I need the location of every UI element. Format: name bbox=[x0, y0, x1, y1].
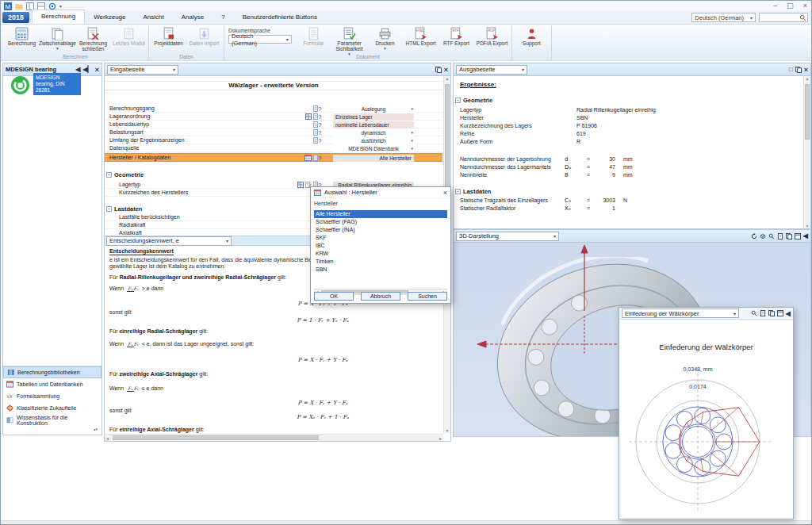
doc-paragraph: sonst gilt bbox=[109, 309, 132, 315]
gear-icon[interactable] bbox=[48, 2, 56, 10]
dialog-title-bar[interactable]: Auswahl : Hersteller × bbox=[311, 187, 450, 198]
table-icon bbox=[314, 190, 321, 196]
application-window: M ▾ – ▢ × 2018 BerechnungWerkzeugeAnsich… bbox=[0, 0, 812, 525]
tab-analyse[interactable]: Analyse bbox=[173, 11, 213, 24]
collapse-panel-icon[interactable]: ◀ bbox=[803, 232, 808, 240]
view-select-value: 3D-Darstellung bbox=[459, 232, 499, 240]
copy-page-icon[interactable] bbox=[768, 310, 775, 316]
copy-page-icon[interactable] bbox=[786, 233, 792, 240]
text: Wenn bbox=[109, 285, 125, 291]
output-vertical-scrollbar[interactable]: ▲ ▼ bbox=[803, 76, 810, 228]
list-item-skf[interactable]: SKF bbox=[314, 234, 447, 242]
collapse-panel-icon[interactable]: ◀ bbox=[786, 310, 791, 317]
parameter-sichtbarkeit-button[interactable]: Parameter Sichtbarkeit▾ bbox=[331, 26, 367, 56]
ui-language-select[interactable]: Deutsch (German) ▾ bbox=[691, 13, 756, 22]
collapse-all-left-icon[interactable]: ◀▏ bbox=[82, 66, 92, 73]
page-icon[interactable] bbox=[760, 310, 766, 316]
sidebar-item-berechnungsbibliotheken[interactable]: Berechnungsbibliotheken bbox=[3, 366, 102, 378]
sidebar-item-tabellen-und-datenbanken[interactable]: Tabellen und Datenbanken bbox=[3, 378, 102, 390]
ribbon-groups: BerechnungZwischenablage▾Berechnung schl… bbox=[2, 25, 552, 60]
result-unit: mm bbox=[623, 156, 633, 162]
ribbon-group-dokument: DokumentspracheDeutsch (German)▾Formular… bbox=[224, 25, 512, 60]
page-icon[interactable] bbox=[777, 233, 783, 240]
nav-more-icon[interactable]: ▴▾ bbox=[94, 427, 98, 431]
result-unit: mm bbox=[623, 172, 633, 178]
list-item-alle-hersteller[interactable]: Alle Hersteller bbox=[314, 210, 447, 218]
drucken-button[interactable]: Drucken▾ bbox=[367, 26, 403, 51]
sidebar-item-label: Wissensbasis für die Konstruktion bbox=[17, 415, 98, 426]
list-item-schaeffler-ina[interactable]: Schaeffler (INA) bbox=[314, 226, 447, 234]
view-select[interactable]: 3D-Darstellung ▾ bbox=[456, 232, 559, 241]
berechnung-schließen-button[interactable]: Berechnung schließen bbox=[75, 26, 111, 52]
result-value: R bbox=[576, 139, 580, 144]
sidebar-item-wissensbasis-für-die-konstruktion[interactable]: Wissensbasis für die Konstruktion bbox=[3, 414, 102, 426]
ok-button[interactable]: OK bbox=[314, 292, 354, 301]
list-item-sbn[interactable]: SBN bbox=[314, 266, 447, 274]
layout-2-icon[interactable] bbox=[37, 2, 45, 10]
tab-werkzeuge[interactable]: Werkzeuge bbox=[85, 11, 134, 24]
ribbon-group-label: Berechnen bbox=[2, 54, 148, 59]
tab-?[interactable]: ? bbox=[213, 11, 233, 24]
close-panel-icon[interactable]: × bbox=[95, 66, 99, 74]
projektdaten-button[interactable]: Projektdaten bbox=[151, 26, 186, 46]
collapse-box-icon[interactable]: − bbox=[455, 189, 461, 194]
tree-item-selected[interactable]: MDESIGN bearing, DIN 26281 bbox=[33, 73, 81, 95]
text: Für bbox=[109, 274, 119, 280]
list-item-timken[interactable]: Timken bbox=[314, 258, 447, 266]
fraction: FₐFᵣ bbox=[127, 386, 139, 391]
version-badge[interactable]: 2018 bbox=[2, 12, 29, 23]
open-folder-icon[interactable] bbox=[15, 2, 23, 10]
zoom-icon[interactable] bbox=[768, 233, 775, 240]
search-button[interactable]: Suchen bbox=[408, 292, 447, 301]
list-item-ibc[interactable]: IBC bbox=[314, 242, 447, 250]
window-icon[interactable] bbox=[777, 310, 783, 316]
layout-icon[interactable] bbox=[26, 2, 34, 10]
document-language-select[interactable]: Deutsch (German)▾ bbox=[228, 35, 292, 44]
import-icon bbox=[197, 27, 211, 40]
sidebar-item-label: Formelsammlung bbox=[17, 393, 59, 399]
letztes-modul-button: Letztes Modul bbox=[111, 26, 147, 46]
search-input[interactable] bbox=[761, 14, 799, 21]
sidebar-item-formelsammlung[interactable]: √xFormelsammlung bbox=[3, 390, 102, 402]
refresh-icon[interactable] bbox=[751, 233, 757, 240]
result-label: Statischer Radialfaktor bbox=[460, 205, 515, 211]
knowledge-icon bbox=[6, 416, 13, 423]
result-label: Kurzbezeichnung des Lagers bbox=[460, 123, 532, 128]
list-item-schaeffler-fag[interactable]: Schaeffler (FAG) bbox=[314, 218, 447, 226]
collapse-box-icon[interactable]: − bbox=[455, 98, 461, 103]
view-select[interactable]: Einfederung der Wälzkörper ▾ bbox=[622, 308, 739, 318]
result-row-reihe: Reihe619 bbox=[454, 131, 801, 139]
zwischenablage-button[interactable]: Zwischenablage▾ bbox=[40, 26, 75, 51]
result-label: Nennbreite bbox=[460, 172, 487, 178]
cancel-button[interactable]: Abbruch bbox=[361, 292, 400, 301]
close-button[interactable]: × bbox=[803, 1, 807, 11]
list-item-krw[interactable]: KRW bbox=[314, 250, 447, 258]
zoom-icon[interactable] bbox=[751, 310, 757, 316]
deflection-chart-window: Einfederung der Wälzkörper ▾ ◀ Einfederu… bbox=[619, 307, 794, 519]
section-header-lastdaten[interactable]: −Lastdaten bbox=[455, 188, 491, 195]
button-label: Berechnung schließen bbox=[75, 40, 111, 52]
rtf-export-button[interactable]: RTFRTF Export bbox=[439, 26, 474, 46]
sidebar-item-klassifizierte-zukaufteile[interactable]: Klassifizierte Zukaufteile bbox=[3, 402, 102, 414]
mdesign-module-icon[interactable] bbox=[10, 75, 30, 95]
quickbar-caret-icon[interactable]: ▾ bbox=[59, 4, 62, 9]
collapse-left-icon[interactable]: ◀ bbox=[75, 66, 80, 73]
menu-tabs: BerechnungWerkzeugeAnsichtAnalyse?Benutz… bbox=[32, 10, 326, 24]
dialog-close-icon[interactable]: × bbox=[443, 189, 447, 197]
tab-benutzerdefinierte-buttons[interactable]: Benutzerdefinierte Buttons bbox=[234, 11, 326, 24]
section-header-geometrie[interactable]: −Geometrie bbox=[455, 97, 492, 104]
tab-ansicht[interactable]: Ansicht bbox=[135, 11, 173, 24]
berechnung-button[interactable]: Berechnung bbox=[4, 26, 40, 46]
input-horizontal-scrollbar[interactable]: ◄ ► bbox=[105, 434, 443, 441]
equals-sign: = bbox=[587, 156, 590, 162]
html-export-button[interactable]: HTMLHTML Export bbox=[403, 26, 439, 46]
minimize-button[interactable]: – bbox=[773, 1, 777, 11]
support-button[interactable]: Support bbox=[514, 26, 550, 46]
pdf-a-export-button[interactable]: PDFPDF/A Export bbox=[474, 26, 510, 46]
search-icon[interactable] bbox=[799, 14, 806, 21]
result-symbol: B bbox=[565, 172, 569, 178]
tab-berechnung[interactable]: Berechnung bbox=[32, 10, 85, 24]
cube-icon[interactable] bbox=[760, 233, 766, 240]
window-icon[interactable] bbox=[795, 233, 801, 240]
maximize-button[interactable]: ▢ bbox=[787, 1, 794, 11]
